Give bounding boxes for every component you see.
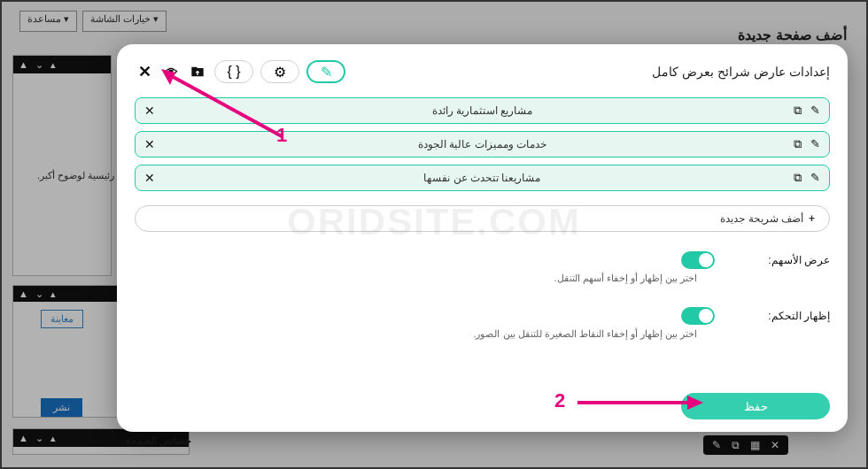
close-icon[interactable]: ✕: [144, 171, 155, 185]
block-floating-toolbar[interactable]: ✕ ▦ ⧉ ✎: [703, 435, 788, 455]
slide-title: مشاريعنا تتحدث عن نفسها: [423, 172, 540, 184]
slider-settings-modal: إعدادات عارض شرائح بعرض كامل ✕ 👁 { } ⚙ ✎…: [117, 44, 848, 432]
slide-row[interactable]: ✎ ⧉ مشاريع استثمارية رائدة ✕: [135, 97, 830, 124]
folder-upload-icon[interactable]: [188, 62, 207, 81]
edit-icon[interactable]: ✎: [712, 439, 721, 451]
pencil-icon[interactable]: ✎: [810, 137, 820, 151]
modal-title: إعدادات عارض شرائح بعرض كامل: [652, 65, 830, 79]
copy-icon[interactable]: ⧉: [732, 439, 740, 451]
slides-list: ✎ ⧉ مشاريع استثمارية رائدة ✕ ✎ ⧉ خدمات و…: [135, 97, 830, 232]
copy-icon[interactable]: ⧉: [794, 104, 802, 118]
publish-button[interactable]: نشر: [41, 398, 82, 417]
setting-label: إظهار التحكم:: [768, 310, 830, 322]
setting-hint: اختر بين إظهار أو إخفاء النقاط الصغيرة ل…: [135, 328, 697, 340]
setting-label: عرض الأسهم:: [768, 254, 830, 266]
slide-row[interactable]: ✎ ⧉ خدمات ومميزات عالية الجودة ✕: [135, 131, 830, 158]
bg-panel-left: ▲⌄▴: [12, 55, 112, 276]
preview-button[interactable]: معاينة: [41, 310, 83, 328]
setting-dots: إظهار التحكم: اختر بين إظهار أو إخفاء ال…: [135, 307, 830, 340]
plus-icon: +: [809, 212, 815, 225]
page-title: أضف صفحة جديدة: [738, 27, 847, 43]
pencil-icon[interactable]: ✎: [810, 171, 820, 185]
close-icon[interactable]: ✕: [144, 104, 155, 118]
slide-title: خدمات ومميزات عالية الجودة: [418, 138, 546, 150]
slide-row[interactable]: ✎ ⧉ مشاريعنا تتحدث عن نفسها ✕: [135, 165, 830, 191]
bg-caption: رئيسية لوضوح أكبر.: [37, 170, 114, 181]
copy-icon[interactable]: ⧉: [794, 137, 802, 151]
settings-tab[interactable]: ⚙: [260, 60, 299, 83]
pencil-icon[interactable]: ✎: [810, 104, 820, 118]
modal-toolbar: ✕ 👁 { } ⚙ ✎: [135, 60, 345, 83]
code-tab[interactable]: { }: [214, 60, 253, 83]
page-properties-label: خصائص الصفحة: [126, 435, 191, 447]
help-dropdown[interactable]: مساعدة ▾: [19, 11, 77, 32]
screen-options-dropdown[interactable]: خيارات الشاشة ▾: [82, 11, 167, 32]
close-icon[interactable]: ✕: [135, 62, 154, 81]
close-icon[interactable]: ✕: [144, 137, 155, 151]
setting-hint: اختر بين إظهار أو إخفاء أسهم التنقل.: [135, 273, 697, 284]
dots-toggle[interactable]: [681, 307, 715, 325]
close-icon[interactable]: ✕: [771, 439, 779, 451]
grid-icon[interactable]: ▦: [750, 439, 760, 451]
save-button[interactable]: حفظ: [681, 393, 830, 419]
eye-icon[interactable]: 👁: [161, 62, 181, 81]
copy-icon[interactable]: ⧉: [794, 171, 802, 185]
design-tab[interactable]: ✎: [306, 60, 345, 83]
pencil-icon: ✎: [321, 64, 332, 81]
add-slide-button[interactable]: + أضف شريحة جديدة: [135, 205, 830, 232]
arrows-toggle[interactable]: [681, 251, 715, 269]
gear-icon: ⚙: [274, 64, 286, 81]
code-icon: { }: [227, 64, 240, 80]
slide-title: مشاريع استثمارية رائدة: [432, 104, 533, 117]
setting-arrows: عرض الأسهم: اختر بين إظهار أو إخفاء أسهم…: [135, 251, 830, 284]
add-slide-label: أضف شريحة جديدة: [720, 212, 803, 225]
